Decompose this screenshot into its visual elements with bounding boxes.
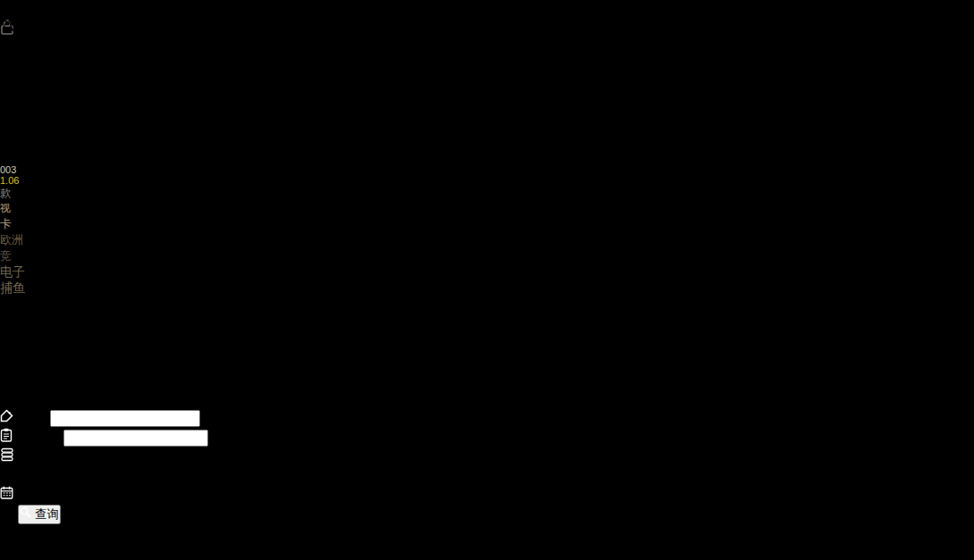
sidebar-item-电子老虎机[interactable]: 777电子老虎机 bbox=[0, 334, 974, 353]
user-info-label: 桌台编号 bbox=[0, 146, 974, 164]
col-header-派彩: 派彩 bbox=[752, 526, 802, 560]
background-text-fragment: 003 bbox=[0, 164, 974, 175]
user-info-labels: 用户名称账户余额桌台编号 bbox=[0, 108, 974, 164]
platform-list-icon bbox=[0, 447, 14, 462]
date-from-select[interactable]: 2025/04/01 ▼ bbox=[148, 32, 218, 64]
platform-type-label: 平台类型 bbox=[18, 449, 75, 464]
date-from-value: 2025/04/01 bbox=[148, 32, 220, 47]
chevron-down-icon: ▼ bbox=[271, 48, 285, 63]
col-header-局号: 局号 bbox=[217, 526, 332, 560]
platform-type-value: 1.全部 bbox=[0, 468, 40, 483]
order-no-input[interactable] bbox=[63, 430, 208, 447]
sidebar-item-桌面游戏[interactable]: 桌面游戏 bbox=[0, 353, 974, 372]
order-no-label: 订单号 bbox=[16, 430, 59, 445]
site-logo-char: 博 bbox=[14, 1, 29, 16]
col-header-订单号: 订单号 bbox=[2, 526, 121, 560]
slot-icon: 777 bbox=[0, 335, 24, 350]
col-header-桌号: 桌号 bbox=[444, 526, 485, 560]
table-header-row: 订单号下注时间 (美东)局号平台类型游戏类型桌号结果玩法总投注派彩有效投注额状态 bbox=[2, 526, 905, 560]
table-status-box: 开牌中 请稍候 bbox=[0, 71, 974, 108]
col-header-结果: 结果 bbox=[487, 526, 575, 560]
chevron-down-icon: ▼ bbox=[45, 468, 59, 483]
panel-header: 下注记录 bbox=[0, 297, 974, 315]
round-no-input[interactable] bbox=[50, 410, 200, 427]
clipboard-icon bbox=[0, 428, 13, 442]
sidebar-item-label: 积分查询 bbox=[0, 372, 57, 388]
site-logo-char: 7 bbox=[0, 19, 8, 34]
date-to-select[interactable]: 2025/04/01 ▼ bbox=[271, 32, 340, 64]
col-header-平台类型: 平台类型 bbox=[334, 526, 390, 560]
betting-records-panel: 下注记录 ♠K视讯游戏777电子老虎机桌面游戏积分查询额度记录 局号 订单号 bbox=[0, 297, 974, 560]
nav-item-电子[interactable]: 电子 bbox=[29, 52, 57, 67]
nav-item-棋牌[interactable]: 棋牌 bbox=[114, 52, 143, 67]
sidebar-item-label: 电子老虎机 bbox=[24, 335, 96, 350]
search-icon bbox=[20, 506, 31, 518]
screen: 申博 7V .com 热门电子真人彩票棋牌捕鱼体育优惠 Asia Gaming … bbox=[0, 0, 974, 560]
platform-type-select[interactable]: 1.全部 ▼ bbox=[0, 467, 145, 486]
user-info-label: 账户余额 bbox=[0, 127, 974, 146]
platform-filter-group: 平台类型 1.全部 ▼ bbox=[0, 447, 974, 486]
tag-icon bbox=[0, 409, 13, 422]
user-info-label: 用户名称 bbox=[0, 108, 974, 127]
date-filter-group: 下注时间 (美东) bbox=[0, 486, 974, 505]
calendar-icon bbox=[0, 486, 13, 499]
background-text-fragment: 视 bbox=[0, 201, 974, 216]
query-button-label: 查询 bbox=[35, 507, 59, 521]
sidebar-item-label: 桌面游戏 bbox=[0, 354, 57, 369]
background-text-fragment: 卡 bbox=[0, 216, 974, 232]
records-main: 局号 订单号 平台类型 1.全部 ▼ bbox=[0, 409, 974, 560]
background-text-fragment: 捕鱼 bbox=[0, 280, 974, 297]
chevron-down-icon: ▼ bbox=[148, 48, 163, 63]
background-text-fragment: 1.06 bbox=[0, 175, 974, 186]
site-nav-items: 热门电子真人彩票棋牌捕鱼体育优惠 bbox=[0, 51, 974, 70]
nav-item-彩票[interactable]: 彩票 bbox=[86, 52, 114, 67]
site-logo-char: V bbox=[8, 19, 18, 34]
background-text-fragment: 竞 bbox=[0, 248, 974, 264]
filters-bar: 局号 订单号 平台类型 1.全部 ▼ bbox=[0, 409, 974, 524]
col-header-replay bbox=[576, 526, 619, 560]
sidebar-item-label: 额度记录 bbox=[0, 391, 57, 406]
order-filter-group: 订单号 bbox=[0, 428, 974, 447]
sidebar-item-积分查询[interactable]: 积分查询 bbox=[0, 372, 974, 390]
date-to-label: 至 bbox=[0, 506, 14, 521]
col-header-状态: 状态 bbox=[866, 526, 905, 560]
round-no-label: 局号 bbox=[17, 410, 46, 425]
background-left-strip: 0031.06款视卡欧洲竞电子捕鱼 bbox=[0, 164, 974, 297]
site-logo-domain: .com bbox=[0, 35, 974, 51]
date-to-value: 2025/04/01 bbox=[271, 32, 342, 47]
dealing-status-badge: 开牌中 bbox=[0, 71, 974, 89]
col-header-总投注: 总投注 bbox=[672, 526, 751, 560]
sidebar-item-额度记录[interactable]: 额度记录 bbox=[0, 390, 974, 409]
round-filter-group: 局号 bbox=[0, 409, 974, 428]
background-text-fragment: 电子 bbox=[0, 264, 974, 280]
col-header-有效投注额: 有效投注额 bbox=[804, 526, 864, 560]
please-wait-text: 请稍候 bbox=[0, 89, 974, 108]
records-table: 订单号下注时间 (美东)局号平台类型游戏类型桌号结果玩法总投注派彩有效投注额状态… bbox=[0, 524, 907, 560]
col-header-玩法: 玩法 bbox=[621, 526, 670, 560]
sidebar: ♠K视讯游戏777电子老虎机桌面游戏积分查询额度记录 bbox=[0, 315, 974, 409]
sidebar-item-label: 视讯游戏 bbox=[17, 316, 74, 331]
sidebar-item-视讯游戏[interactable]: ♠K视讯游戏 bbox=[0, 315, 974, 334]
bet-time-label: 下注时间 (美东) bbox=[17, 487, 116, 502]
col-header-游戏类型: 游戏类型 bbox=[391, 526, 442, 560]
col-header-下注时间 (美东): 下注时间 (美东) bbox=[122, 526, 215, 560]
site-logo[interactable]: 申博 7V .com bbox=[0, 0, 974, 51]
site-logo-char: 申 bbox=[0, 1, 14, 16]
panel-title: 下注记录 bbox=[0, 297, 57, 313]
background-text-fragment: 欧洲 bbox=[0, 232, 974, 248]
background-text-fragment: 款 bbox=[0, 186, 974, 201]
site-nav-bar: 申博 7V .com 热门电子真人彩票棋牌捕鱼体育优惠 bbox=[0, 0, 974, 45]
query-button[interactable]: 查询 bbox=[18, 505, 60, 524]
nav-item-真人[interactable]: 真人 bbox=[57, 52, 86, 67]
nav-item-热门[interactable]: 热门 bbox=[0, 52, 29, 67]
records-table-area: 订单号下注时间 (美东)局号平台类型游戏类型桌号结果玩法总投注派彩有效投注额状态… bbox=[0, 524, 974, 560]
cards-icon: ♠K bbox=[0, 316, 17, 331]
